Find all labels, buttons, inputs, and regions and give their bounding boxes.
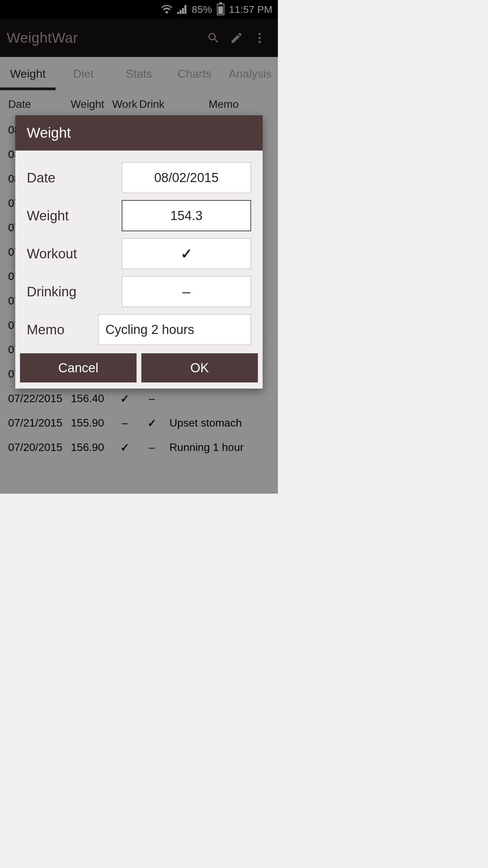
label-memo: Memo (27, 322, 98, 337)
field-drinking[interactable] (122, 276, 251, 307)
weight-dialog: Weight Date 08/02/2015 Weight 154.3 Work… (15, 115, 263, 389)
dash-icon (182, 283, 190, 300)
cancel-button[interactable]: Cancel (20, 353, 137, 382)
dialog-title: Weight (15, 115, 263, 151)
label-date: Date (27, 170, 122, 185)
label-drinking: Drinking (27, 284, 122, 299)
modal-overlay: Weight Date 08/02/2015 Weight 154.3 Work… (0, 0, 278, 494)
field-memo[interactable]: Cycling 2 hours (98, 314, 251, 345)
ok-button[interactable]: OK (141, 353, 258, 382)
label-weight: Weight (27, 208, 122, 223)
checkmark-icon (181, 245, 192, 262)
field-weight[interactable]: 154.3 (122, 200, 251, 231)
field-date[interactable]: 08/02/2015 (122, 162, 251, 193)
field-workout[interactable] (122, 238, 251, 269)
label-workout: Workout (27, 246, 122, 261)
